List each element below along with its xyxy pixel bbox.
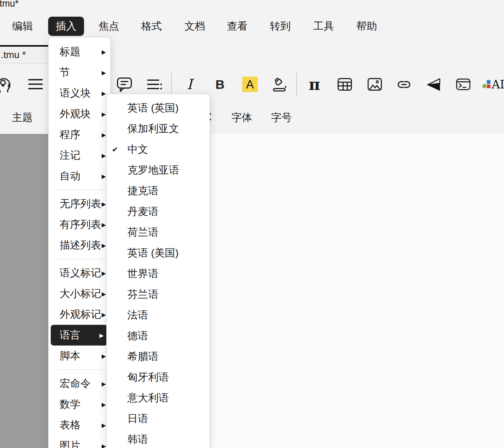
menu-item-section[interactable]: 节 ▶ (49, 62, 110, 83)
language-item-english-us[interactable]: 英语 (美国) (107, 243, 210, 263)
menu-item-unordered-list[interactable]: 无序列表 ▶ (49, 193, 110, 214)
language-item-hungarian[interactable]: 匈牙利语 (107, 367, 210, 388)
language-item-italian[interactable]: 意大利语 (107, 388, 210, 408)
language-item-bulgarian[interactable]: 保加利亚文 (107, 118, 210, 139)
menu-item-program[interactable]: 程序 ▶ (49, 124, 110, 145)
menubar-item-document[interactable]: 文档 (184, 17, 205, 36)
texmacs-window: .tmu* 编辑 插入 焦点 格式 文档 查看 转到 工具 帮助 .tmu * (0, 0, 504, 448)
menubar-item-insert[interactable]: 插入 (48, 17, 84, 36)
language-item-finnish[interactable]: 芬兰语 (107, 284, 210, 305)
submenu-arrow-icon: ▶ (101, 111, 106, 117)
menubar-item-view[interactable]: 查看 (227, 17, 248, 36)
list-detail-icon[interactable] (146, 76, 163, 92)
submenu-arrow-icon: ▶ (101, 201, 106, 207)
document-tab[interactable]: .tmu * (0, 45, 48, 64)
language-item-greek[interactable]: 希腊语 (107, 346, 210, 367)
image-icon[interactable] (367, 76, 383, 92)
menubar-item-edit[interactable]: 编辑 (12, 17, 33, 36)
language-item-czech[interactable]: 捷克语 (107, 181, 210, 201)
window-title: .tmu* (0, 0, 19, 9)
menu-item-semantic-block[interactable]: 语义块 ▶ (49, 83, 110, 104)
clipped-label-fragment (210, 112, 212, 122)
fill-color-icon[interactable] (272, 76, 288, 92)
menu-item-appearance-markup[interactable]: 外观标记 ▶ (49, 304, 110, 325)
insert-menu: 标题 ▶ 节 ▶ 语义块 ▶ 外观块 ▶ 程序 ▶ 注记 ▶ 自动 ▶ 无序列表 (48, 37, 111, 448)
terminal-icon[interactable] (455, 76, 471, 92)
menu-item-semantic-markup[interactable]: 语义标记 ▶ (49, 263, 110, 283)
language-item-english-uk[interactable]: 英语 (英国) (107, 98, 210, 118)
format-button-theme[interactable]: 主题 (12, 109, 33, 126)
menu-separator (58, 190, 106, 190)
menu-item-size-markup[interactable]: 大小标记 ▶ (49, 283, 110, 304)
menu-item-appearance-block[interactable]: 外观块 ▶ (49, 104, 110, 124)
language-submenu: 英语 (英国) 保加利亚文 ✔ 中文 克罗地亚语 捷克语 丹麦语 荷兰语 英语 (106, 94, 210, 448)
menubar-item-format[interactable]: 格式 (141, 17, 162, 36)
submenu-arrow-icon: ▶ (101, 49, 106, 55)
link-icon[interactable] (396, 76, 412, 92)
menu-item-language[interactable]: 语言 ▶ (51, 325, 107, 346)
language-item-french[interactable]: 法语 (107, 305, 210, 326)
format-button-font-size[interactable]: 字号 (271, 109, 292, 126)
submenu-arrow-icon: ▶ (101, 132, 106, 138)
submenu-arrow-icon: ▶ (101, 443, 106, 448)
ribbon-icon[interactable] (426, 76, 442, 92)
checkmark-icon: ✔ (112, 145, 127, 154)
comment-icon[interactable] (116, 76, 133, 92)
tabbar-divider (0, 64, 48, 64)
submenu-arrow-icon: ▶ (101, 243, 106, 248)
hamburger-menu-icon[interactable] (27, 76, 44, 92)
submenu-arrow-icon: ▶ (101, 381, 106, 387)
menu-item-description-list[interactable]: 描述列表 ▶ (49, 235, 110, 256)
language-item-danish[interactable]: 丹麦语 (107, 201, 210, 222)
submenu-arrow-icon: ▶ (99, 333, 104, 338)
math-icon[interactable]: π (306, 76, 323, 92)
menubar-item-focus[interactable]: 焦点 (99, 17, 119, 36)
language-item-dutch[interactable]: 荷兰语 (107, 222, 210, 243)
submenu-arrow-icon: ▶ (101, 270, 106, 276)
menu-item-image[interactable]: 图片 ▶ (49, 435, 110, 448)
menubar-item-help[interactable]: 帮助 (356, 17, 377, 36)
menu-item-automatic[interactable]: 自动 ▶ (49, 166, 110, 186)
toolbar-separator (296, 73, 297, 96)
submenu-arrow-icon: ▶ (101, 353, 106, 359)
menu-separator (58, 370, 106, 370)
submenu-arrow-icon: ▶ (101, 222, 106, 228)
submenu-arrow-icon: ▶ (101, 291, 106, 297)
table-icon[interactable] (337, 76, 353, 92)
menubar-item-tools[interactable]: 工具 (313, 17, 334, 36)
format-button-font[interactable]: 字体 (231, 109, 252, 126)
toolbar-separator (171, 73, 172, 96)
submenu-arrow-icon: ▶ (101, 402, 106, 407)
submenu-arrow-icon: ▶ (101, 70, 106, 75)
language-item-croatian[interactable]: 克罗地亚语 (107, 160, 210, 181)
menu-item-ordered-list[interactable]: 有序列表 ▶ (49, 214, 110, 235)
italic-icon[interactable]: I (181, 76, 198, 92)
submenu-arrow-icon: ▶ (101, 422, 106, 428)
language-item-japanese[interactable]: 日语 (107, 408, 210, 429)
menu-item-macro[interactable]: 宏命令 ▶ (49, 373, 110, 394)
language-item-korean[interactable]: 韩语 (107, 429, 210, 448)
language-item-esperanto[interactable]: 世界语 (107, 263, 210, 284)
menu-item-script[interactable]: 脚本 ▶ (49, 346, 110, 366)
submenu-arrow-icon: ▶ (101, 91, 106, 96)
menu-item-heading[interactable]: 标题 ▶ (49, 41, 110, 62)
ai-icon[interactable]: AI (482, 76, 504, 92)
menubar-item-go[interactable]: 转到 (270, 17, 291, 36)
menu-separator (58, 259, 106, 259)
submenu-arrow-icon: ▶ (101, 153, 106, 158)
submenu-arrow-icon: ▶ (101, 174, 106, 179)
ai-logo-squares (482, 79, 491, 90)
language-item-german[interactable]: 德语 (107, 326, 210, 346)
menu-item-annotation[interactable]: 注记 ▶ (49, 145, 110, 166)
bold-icon[interactable]: B (212, 76, 228, 92)
idea-icon[interactable] (0, 76, 13, 92)
language-item-chinese[interactable]: ✔ 中文 (107, 139, 210, 160)
menu-item-math[interactable]: 数学 ▶ (49, 394, 110, 415)
menu-item-table[interactable]: 表格 ▶ (49, 415, 110, 435)
submenu-arrow-icon: ▶ (101, 312, 106, 317)
highlight-icon[interactable]: A (242, 76, 258, 92)
